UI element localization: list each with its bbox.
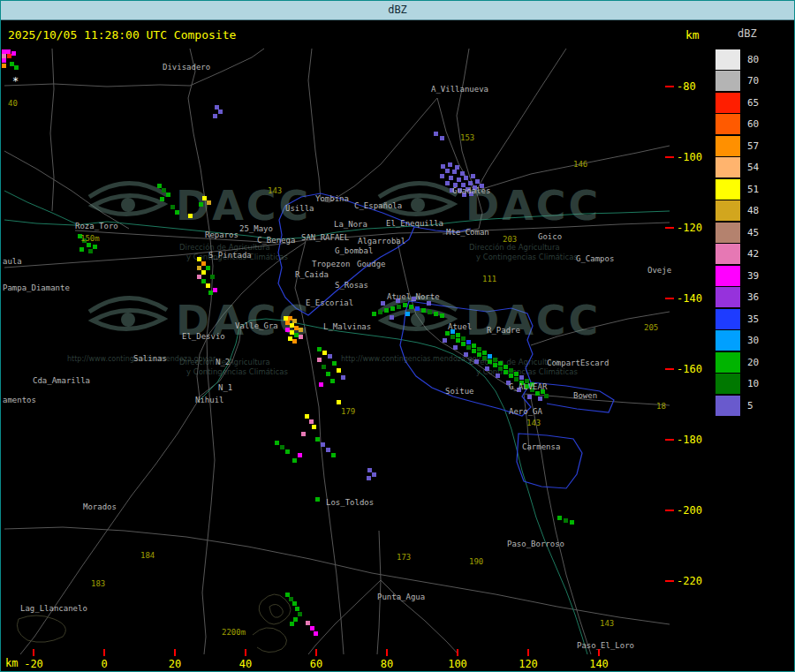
radar-echo-cell (197, 266, 201, 270)
radar-echo-cell (445, 181, 450, 185)
radar-echo-cell (509, 374, 513, 378)
radar-echo-cell (477, 352, 481, 357)
radar-echo-cell (326, 372, 330, 376)
legend-value-label: 35 (747, 313, 759, 325)
x-tick-label: 40 (239, 658, 252, 670)
place-label: S_Rosas (335, 281, 368, 290)
place-label: G_bombal (335, 246, 373, 255)
radar-echo-cell (427, 301, 431, 306)
legend-entry: 48 (715, 200, 794, 223)
contours-path (253, 628, 287, 653)
watermark-layer: DACCDirección de Agriculturay Contingenc… (67, 182, 601, 376)
radar-echo-cell (331, 453, 336, 457)
legend-value-label: 20 (747, 357, 759, 368)
radar-echo-cell (475, 179, 480, 184)
radar-echo-cell (488, 354, 492, 359)
radar-echo-cell (488, 359, 492, 364)
radar-echo-cell (390, 306, 395, 311)
y-tick-label: -180 (677, 434, 702, 446)
radar-echo-cell (80, 247, 84, 252)
radar-echo-cell (441, 164, 445, 169)
legend-swatch (715, 113, 741, 135)
legend-swatch (715, 156, 741, 178)
radar-echo-cell (440, 174, 444, 178)
roads-path (4, 49, 264, 87)
place-label: Carmensa (522, 442, 560, 451)
place-label: El_Enequilla (386, 219, 443, 228)
radar-echo-cell (87, 243, 91, 247)
road-number-label: 111 (482, 275, 496, 283)
radar-echo-cell (199, 202, 203, 207)
radar-echo-cell (285, 593, 290, 597)
road-number-label: 179 (341, 407, 355, 416)
radar-echo-cell (298, 612, 302, 616)
x-tick-label: 140 (589, 658, 609, 670)
radar-echo-cell (403, 303, 407, 307)
road-number-label: 146 (573, 160, 587, 169)
map-layer-roads (4, 49, 670, 654)
place-label: 25_Mayo (239, 224, 273, 233)
radar-echo-cell (215, 105, 219, 109)
road-number-label: 2200m (222, 628, 246, 637)
legend-entry: 36 (715, 287, 794, 309)
road-number-label: 150m (80, 234, 100, 243)
radar-echo-cell (206, 266, 210, 270)
radar-echo-cell (285, 321, 290, 325)
road-number-label: 184 (140, 551, 155, 560)
radar-echo-cell (519, 375, 524, 380)
radar-echo-cell (421, 308, 426, 313)
watermark-brand: DACC (466, 297, 601, 344)
legend-swatch (715, 49, 741, 71)
radar-echo-cell (367, 476, 371, 480)
roads-path (4, 151, 129, 229)
place-label: La_Nora (334, 220, 367, 229)
place-label: C_Española (354, 201, 402, 210)
radar-echo-cell (461, 342, 466, 346)
radar-echo-cell (317, 347, 322, 351)
x-tick-label: 100 (448, 658, 467, 670)
radar-echo-cell (284, 316, 288, 321)
radar-echo-cell (306, 621, 310, 625)
radar-echo-cell (504, 365, 508, 369)
legend-entry: 51 (715, 178, 794, 200)
place-label: G_ALVEAR (509, 382, 548, 391)
radar-echo-cell (157, 184, 162, 188)
legend-value-label: 30 (747, 335, 759, 346)
radar-echo-cell (468, 181, 473, 185)
radar-echo-cell (514, 377, 519, 381)
radar-echo-cell (544, 394, 549, 398)
legend-entry: 80 (715, 49, 794, 71)
legend-entry: 35 (715, 308, 794, 330)
road-number-label: 190 (469, 557, 483, 566)
radar-echo-cell (322, 351, 327, 355)
radar-echo-cell (434, 312, 438, 316)
watermark-line2: y Contingencias Climáticas (476, 253, 578, 261)
place-label: E_Escorial (306, 298, 353, 307)
contours-path (17, 615, 65, 642)
place-label: Reparos (205, 230, 238, 239)
radar-echo-cell (456, 338, 460, 343)
radar-echo-cell (405, 312, 410, 316)
radar-echo-cell (317, 358, 322, 362)
radar-echo-cell (456, 333, 460, 337)
legend-entry: 20 (715, 351, 794, 374)
radar-map-canvas: DACCDirección de Agriculturay Contingenc… (1, 1, 795, 672)
radar-echo-cell (527, 395, 532, 399)
place-label: Goudge (357, 260, 386, 268)
legend-value-label: 36 (747, 291, 759, 303)
legend-swatch (715, 222, 741, 244)
radar-echo-cell (337, 368, 341, 373)
legend-value-label: 51 (747, 184, 759, 195)
radar-echo-cell (2, 64, 6, 68)
radar-echo-cell (445, 169, 450, 173)
radar-echo-cell (319, 382, 323, 387)
legend-swatch (715, 395, 741, 417)
radar-echo-cell (201, 261, 206, 266)
radar-echo-cell (292, 339, 297, 344)
radar-echo-cell (314, 631, 318, 636)
legend-swatch (715, 265, 741, 287)
radar-echo-cell (384, 308, 389, 313)
radar-echo-cell (328, 354, 332, 359)
legend-swatch (715, 286, 741, 308)
place-label: Salinas (133, 354, 167, 363)
